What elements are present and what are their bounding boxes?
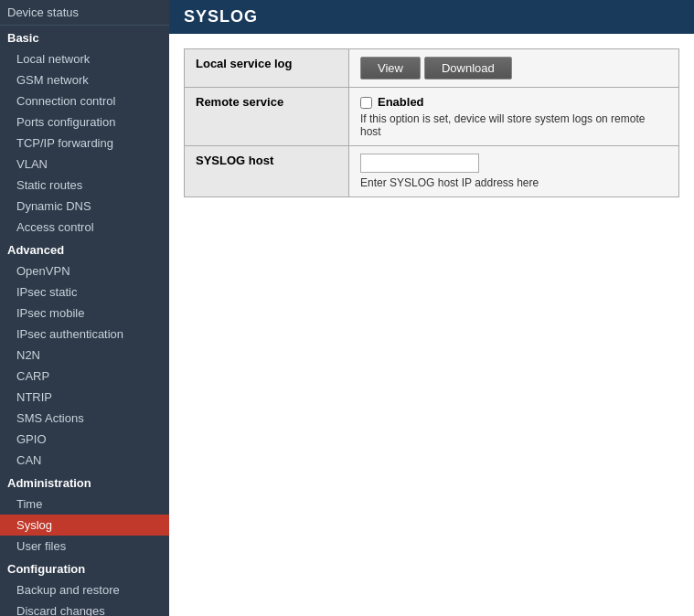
sidebar-section-header: Configuration	[0, 557, 169, 579]
sidebar-sections: BasicLocal networkGSM networkConnection …	[0, 26, 169, 616]
download-button[interactable]: Download	[424, 57, 512, 80]
sidebar-item-vlan[interactable]: VLAN	[0, 154, 169, 175]
row-content: EnabledIf this option is set, device wil…	[349, 88, 679, 146]
sidebar-item-time[interactable]: Time	[0, 494, 169, 515]
content-area: Local service logViewDownloadRemote serv…	[169, 34, 694, 212]
sidebar-item-static-routes[interactable]: Static routes	[0, 175, 169, 196]
row-label: SYSLOG host	[185, 146, 349, 197]
enabled-label: Enabled	[378, 95, 424, 109]
sidebar-item-ports-configuration[interactable]: Ports configuration	[0, 112, 169, 133]
sidebar-item-n2n[interactable]: N2N	[0, 345, 169, 366]
sidebar-section-header: Basic	[0, 26, 169, 48]
syslog-form-table: Local service logViewDownloadRemote serv…	[184, 48, 679, 197]
row-content: Enter SYSLOG host IP address here	[349, 146, 679, 197]
syslog-host-input[interactable]	[360, 154, 479, 173]
sidebar-section-header: Advanced	[0, 238, 169, 260]
page-title: SYSLOG	[169, 0, 694, 34]
row-label: Local service log	[185, 49, 349, 88]
sidebar-item-dynamic-dns[interactable]: Dynamic DNS	[0, 196, 169, 217]
sidebar-item-local-network[interactable]: Local network	[0, 48, 169, 69]
sidebar-item-ipsec-authentication[interactable]: IPsec authentication	[0, 324, 169, 345]
syslog-host-hint: Enter SYSLOG host IP address here	[360, 176, 667, 189]
table-row: SYSLOG hostEnter SYSLOG host IP address …	[185, 146, 679, 197]
table-row: Local service logViewDownload	[185, 49, 679, 88]
remote-service-note: If this option is set, device will store…	[360, 112, 667, 138]
sidebar-item-carp[interactable]: CARP	[0, 366, 169, 387]
sidebar-item-openvpn[interactable]: OpenVPN	[0, 260, 169, 281]
sidebar: Device status BasicLocal networkGSM netw…	[0, 0, 169, 616]
row-label: Remote service	[185, 88, 349, 146]
main-content: SYSLOG Local service logViewDownloadRemo…	[169, 0, 694, 616]
sidebar-item-device-status[interactable]: Device status	[0, 0, 169, 26]
sidebar-item-can[interactable]: CAN	[0, 450, 169, 471]
sidebar-item-tcp/ip-forwarding[interactable]: TCP/IP forwarding	[0, 133, 169, 154]
table-row: Remote serviceEnabledIf this option is s…	[185, 88, 679, 146]
view-button[interactable]: View	[360, 57, 421, 80]
sidebar-item-gsm-network[interactable]: GSM network	[0, 69, 169, 90]
sidebar-item-access-control[interactable]: Access control	[0, 217, 169, 238]
row-content: ViewDownload	[349, 49, 679, 88]
enabled-row: Enabled	[360, 95, 667, 109]
sidebar-section-header: Administration	[0, 471, 169, 494]
sidebar-item-user-files[interactable]: User files	[0, 536, 169, 557]
sidebar-item-ipsec-mobile[interactable]: IPsec mobile	[0, 303, 169, 324]
sidebar-item-ipsec-static[interactable]: IPsec static	[0, 281, 169, 303]
sidebar-item-gpio[interactable]: GPIO	[0, 429, 169, 450]
sidebar-item-discard-changes[interactable]: Discard changes	[0, 600, 169, 616]
sidebar-item-syslog[interactable]: Syslog	[0, 515, 169, 536]
sidebar-item-ntrip[interactable]: NTRIP	[0, 387, 169, 408]
sidebar-item-sms-actions[interactable]: SMS Actions	[0, 408, 169, 429]
remote-service-checkbox[interactable]	[360, 97, 372, 109]
sidebar-item-backup-and-restore[interactable]: Backup and restore	[0, 579, 169, 600]
sidebar-item-connection-control[interactable]: Connection control	[0, 90, 169, 112]
